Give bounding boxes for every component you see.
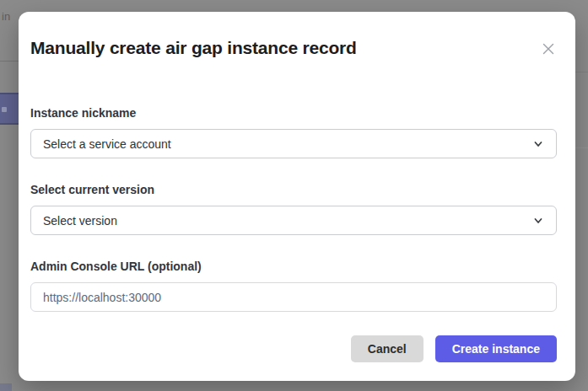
current-version-label: Select current version <box>30 183 557 196</box>
background-accent-fragment <box>0 383 12 391</box>
modal-actions: Cancel Create instance <box>30 335 557 362</box>
background-divider <box>575 72 588 72</box>
modal-title: Manually create air gap instance record <box>30 37 357 59</box>
background-divider <box>0 61 19 62</box>
instance-nickname-select-value: Select a service account <box>43 137 171 151</box>
modal-header: Manually create air gap instance record <box>30 37 557 59</box>
current-version-select-value: Select version <box>43 214 117 228</box>
close-icon <box>542 46 555 58</box>
close-button[interactable] <box>540 40 557 57</box>
background-divider <box>575 147 588 148</box>
create-instance-button[interactable]: Create instance <box>435 335 557 362</box>
background-strip-glyph <box>2 107 7 112</box>
instance-nickname-select[interactable]: Select a service account <box>30 129 557 158</box>
chevron-down-icon <box>532 215 544 227</box>
background-page-text-fragment: in <box>2 10 10 23</box>
current-version-select[interactable]: Select version <box>30 206 557 235</box>
background-accent-strip <box>0 93 19 125</box>
modal-form: Instance nickname Select a service accou… <box>30 106 557 312</box>
instance-nickname-label: Instance nickname <box>30 106 557 120</box>
create-air-gap-instance-modal: Manually create air gap instance record … <box>19 12 575 381</box>
chevron-down-icon <box>532 138 544 150</box>
admin-console-url-input[interactable] <box>30 282 557 312</box>
cancel-button[interactable]: Cancel <box>351 335 423 362</box>
admin-console-url-label: Admin Console URL (optional) <box>30 260 557 273</box>
